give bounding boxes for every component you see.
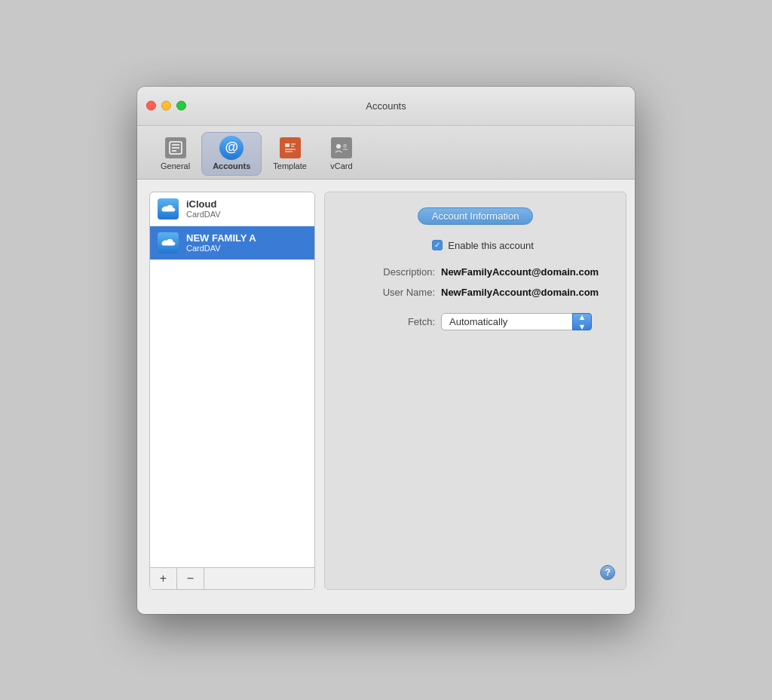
description-label: Description: <box>352 266 435 278</box>
tab-vcard[interactable]: @ vCard <box>318 132 365 176</box>
close-button[interactable] <box>146 101 156 111</box>
tab-accounts[interactable]: @ Accounts <box>201 132 262 176</box>
enable-row: ✓ Enable this account <box>417 240 533 251</box>
username-label: User Name: <box>352 287 435 298</box>
accounts-icon: @ <box>219 136 244 160</box>
newfamily-account-info: NEW FAMILY A CardDAV <box>186 232 256 253</box>
template-icon <box>278 136 302 160</box>
svg-point-11 <box>336 144 341 149</box>
remove-account-button[interactable]: − <box>177 568 204 589</box>
username-value: NewFamilyAccount@domain.com <box>441 287 599 298</box>
fetch-select-wrapper: Automatically Every 15 Minutes Every 30 … <box>441 313 592 330</box>
tab-general-label: General <box>161 161 190 170</box>
icloud-account-info: iCloud CardDAV <box>186 198 221 219</box>
newfamily-icon <box>158 232 179 253</box>
account-list-container: iCloud CardDAV NEW FAMILY A CardDAV <box>149 192 315 590</box>
content-area: iCloud CardDAV NEW FAMILY A CardDAV <box>137 180 635 602</box>
newfamily-account-name: NEW FAMILY A <box>186 232 256 244</box>
tab-template[interactable]: Template <box>262 132 318 176</box>
checkbox-check-icon: ✓ <box>434 241 440 249</box>
svg-text:@: @ <box>343 143 347 148</box>
icloud-account-type: CardDAV <box>186 210 221 219</box>
enable-account-checkbox[interactable]: ✓ <box>432 240 443 250</box>
bottom-bar <box>137 602 635 614</box>
tab-template-label: Template <box>273 161 307 170</box>
account-item-icloud[interactable]: iCloud CardDAV <box>150 192 314 226</box>
detail-panel: Account Information ✓ Enable this accoun… <box>324 192 626 590</box>
icloud-icon <box>158 198 179 220</box>
vcard-icon: @ <box>329 136 354 160</box>
section-header: Account Information <box>418 207 534 225</box>
fetch-label: Fetch: <box>352 316 435 327</box>
tab-vcard-label: vCard <box>330 161 352 170</box>
icloud-account-name: iCloud <box>186 198 221 210</box>
title-bar: Accounts <box>137 87 635 126</box>
username-row: User Name: NewFamilyAccount@domain.com <box>352 287 599 298</box>
main-window: Accounts General @ Accou <box>137 87 635 614</box>
add-account-button[interactable]: + <box>150 568 177 589</box>
fetch-row: Fetch: Automatically Every 15 Minutes Ev… <box>352 313 599 330</box>
description-value: NewFamilyAccount@domain.com <box>441 266 599 278</box>
maximize-button[interactable] <box>176 101 186 111</box>
description-row: Description: NewFamilyAccount@domain.com <box>352 266 599 278</box>
newfamily-account-type: CardDAV <box>186 244 256 253</box>
traffic-lights <box>146 101 186 111</box>
account-list: iCloud CardDAV NEW FAMILY A CardDAV <box>150 192 314 567</box>
window-title: Accounts <box>366 100 406 112</box>
help-button[interactable]: ? <box>600 565 615 580</box>
enable-account-label: Enable this account <box>448 240 533 251</box>
svg-rect-5 <box>285 143 290 147</box>
fetch-select[interactable]: Automatically Every 15 Minutes Every 30 … <box>441 313 592 330</box>
enable-checkbox-wrapper: ✓ Enable this account <box>432 240 533 251</box>
account-list-toolbar: + − <box>150 567 314 589</box>
general-icon <box>164 136 188 160</box>
tab-accounts-label: Accounts <box>213 161 250 170</box>
toolbar: General @ Accounts <box>137 126 635 180</box>
tab-general[interactable]: General <box>149 132 201 176</box>
account-item-newfamily[interactable]: NEW FAMILY A CardDAV <box>150 226 314 260</box>
account-detail-content: Description: NewFamilyAccount@domain.com… <box>337 266 614 330</box>
minimize-button[interactable] <box>161 101 171 111</box>
